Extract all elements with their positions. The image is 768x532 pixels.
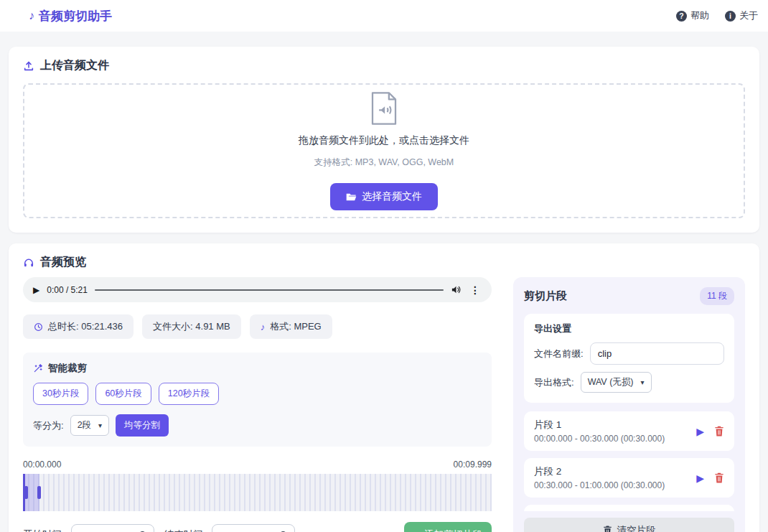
segment-row: 片段 3 ▶ bbox=[524, 505, 734, 511]
segment-info: 片段 1 00:00.000 - 00:30.000 (00:30.000) bbox=[534, 419, 665, 444]
app-title-text: 音频剪切助手 bbox=[39, 8, 112, 24]
start-time-label: 开始时间: bbox=[23, 528, 65, 532]
timeline-end-label: 00:09.999 bbox=[454, 459, 492, 470]
divide-count-select[interactable]: 2段 ▾ bbox=[70, 415, 109, 436]
duration-badge-text: 总时长: 05:21.436 bbox=[48, 320, 123, 333]
filesize-badge: 文件大小: 4.91 MB bbox=[142, 314, 241, 339]
segments-panel-footer: 清空片段 导出所有片段 bbox=[524, 518, 734, 532]
upload-card: 上传音频文件 拖放音频文件到此处，或点击选择文件 支持格式: MP3, WAV,… bbox=[9, 47, 759, 233]
segment-name: 片段 1 bbox=[534, 419, 665, 431]
play-icon[interactable]: ▶ bbox=[696, 426, 704, 437]
prefix-row: 文件名前缀: bbox=[534, 342, 724, 365]
format-badge-text: 格式: MPEG bbox=[270, 320, 322, 333]
clear-segments-button-label: 清空片段 bbox=[617, 524, 656, 532]
audio-player: ▶ 0:00 / 5:21 ⋮ bbox=[23, 277, 492, 302]
segment-range: 00:30.000 - 01:00.000 (00:30.000) bbox=[534, 480, 665, 490]
time-inputs-row: 开始时间: 00:00:00.000 结束时间: 00:00:09.999 bbox=[23, 522, 492, 532]
main-content: 上传音频文件 拖放音频文件到此处，或点击选择文件 支持格式: MP3, WAV,… bbox=[0, 32, 768, 532]
player-menu-icon[interactable]: ⋮ bbox=[469, 284, 482, 296]
end-time-value: 00:00:09.999 bbox=[219, 530, 273, 532]
file-audio-icon bbox=[368, 91, 400, 126]
preview-section-title: 音频预览 bbox=[23, 255, 745, 270]
segment-name: 片段 2 bbox=[534, 465, 665, 478]
dropzone-text: 拖放音频文件到此处，或点击选择文件 bbox=[299, 134, 469, 147]
app-header: ♪ 音频剪切助手 ? 帮助 i 关于 bbox=[0, 0, 768, 32]
headphones-icon bbox=[23, 257, 34, 269]
folder-open-icon bbox=[346, 192, 357, 202]
player-play-button[interactable]: ▶ bbox=[33, 285, 39, 295]
add-clip-button[interactable]: +添加剪切片段 bbox=[404, 522, 492, 532]
selection-start-handle[interactable] bbox=[24, 486, 28, 499]
about-label: 关于 bbox=[739, 9, 758, 22]
segment-actions: ▶ bbox=[696, 472, 724, 484]
audio-info-badges: 总时长: 05:21.436 文件大小: 4.91 MB ♪ 格式: MPEG bbox=[23, 314, 492, 339]
header-links: ? 帮助 i 关于 bbox=[676, 9, 758, 22]
selection-end-handle[interactable] bbox=[37, 486, 41, 499]
trash-icon[interactable] bbox=[714, 472, 724, 483]
segments-panel: 剪切片段 11 段 导出设置 文件名前缀: 导出格式: WAV (无损) ▾ bbox=[513, 277, 745, 532]
chip-120s-button[interactable]: 120秒片段 bbox=[159, 383, 219, 405]
upload-section-title: 上传音频文件 bbox=[23, 58, 745, 73]
divide-label: 等分为: bbox=[33, 419, 64, 432]
play-icon[interactable]: ▶ bbox=[696, 472, 704, 484]
volume-icon[interactable] bbox=[451, 284, 462, 295]
chip-30s-button[interactable]: 30秒片段 bbox=[33, 383, 88, 405]
prefix-label: 文件名前缀: bbox=[534, 347, 584, 360]
preview-left-column: ▶ 0:00 / 5:21 ⋮ bbox=[23, 277, 492, 532]
start-time-input[interactable]: 00:00:00.000 bbox=[71, 524, 154, 532]
about-link[interactable]: i 关于 bbox=[725, 9, 758, 22]
music-note-icon: ♪ bbox=[29, 9, 34, 22]
export-settings-title: 导出设置 bbox=[534, 322, 724, 335]
smartcut-panel: 智能裁剪 30秒片段 60秒片段 120秒片段 等分为: 2段 ▾ 均等分割 bbox=[23, 353, 492, 447]
preview-section-title-text: 音频预览 bbox=[40, 255, 86, 270]
add-clip-button-label: 添加剪切片段 bbox=[424, 528, 482, 532]
app-title: ♪ 音频剪切助手 bbox=[29, 8, 112, 24]
divide-count-value: 2段 bbox=[78, 419, 91, 431]
chevron-down-icon: ▾ bbox=[98, 421, 102, 429]
equal-split-button[interactable]: 均等分割 bbox=[116, 414, 169, 437]
player-progress-track[interactable] bbox=[95, 289, 444, 291]
preview-card: 音频预览 ▶ 0:00 / 5:21 ⋮ bbox=[9, 243, 759, 532]
segment-row: 片段 2 00:30.000 - 01:00.000 (00:30.000) ▶ bbox=[524, 458, 734, 498]
select-file-button-label: 选择音频文件 bbox=[362, 190, 422, 203]
help-link[interactable]: ? 帮助 bbox=[676, 9, 709, 22]
plus-icon: + bbox=[413, 530, 419, 532]
segments-count-badge: 11 段 bbox=[700, 287, 734, 305]
waveform-selection[interactable] bbox=[23, 474, 39, 511]
info-icon: i bbox=[725, 11, 736, 22]
smartcut-chips: 30秒片段 60秒片段 120秒片段 bbox=[33, 383, 482, 405]
dropzone-formats: 支持格式: MP3, WAV, OGG, WebM bbox=[314, 157, 454, 169]
start-time-value: 00:00:00.000 bbox=[78, 530, 133, 532]
upload-icon bbox=[23, 60, 34, 72]
smartcut-title-text: 智能裁剪 bbox=[48, 362, 87, 375]
segments-panel-header: 剪切片段 11 段 bbox=[524, 287, 734, 305]
clock-icon bbox=[34, 322, 43, 332]
waveform[interactable] bbox=[23, 474, 492, 511]
chip-60s-button[interactable]: 60秒片段 bbox=[95, 383, 151, 405]
magic-wand-icon bbox=[33, 363, 43, 373]
segment-row: 片段 1 00:00.000 - 00:30.000 (00:30.000) ▶ bbox=[524, 411, 734, 451]
segments-list: 片段 1 00:00.000 - 00:30.000 (00:30.000) ▶ bbox=[524, 411, 734, 511]
upload-section-title-text: 上传音频文件 bbox=[40, 58, 109, 73]
format-label: 导出格式: bbox=[534, 376, 574, 389]
divide-row: 等分为: 2段 ▾ 均等分割 bbox=[33, 414, 482, 437]
export-format-select[interactable]: WAV (无损) ▾ bbox=[581, 372, 652, 393]
prefix-input[interactable] bbox=[590, 342, 724, 365]
format-row: 导出格式: WAV (无损) ▾ bbox=[534, 372, 724, 393]
filesize-badge-text: 文件大小: 4.91 MB bbox=[153, 320, 230, 333]
music-note-icon: ♪ bbox=[261, 322, 266, 332]
duration-badge: 总时长: 05:21.436 bbox=[23, 314, 134, 339]
player-time: 0:00 / 5:21 bbox=[47, 285, 88, 295]
help-label: 帮助 bbox=[690, 9, 709, 22]
upload-dropzone[interactable]: 拖放音频文件到此处，或点击选择文件 支持格式: MP3, WAV, OGG, W… bbox=[23, 83, 745, 218]
segments-panel-title: 剪切片段 bbox=[524, 289, 567, 303]
chevron-down-icon: ▾ bbox=[641, 378, 645, 386]
select-file-button[interactable]: 选择音频文件 bbox=[330, 183, 438, 210]
timeline-labels: 00:00.000 00:09.999 bbox=[23, 459, 492, 470]
timeline-start-label: 00:00.000 bbox=[23, 459, 61, 470]
trash-icon[interactable] bbox=[714, 426, 724, 437]
end-time-input[interactable]: 00:00:09.999 bbox=[212, 524, 295, 532]
clear-segments-button[interactable]: 清空片段 bbox=[524, 518, 734, 532]
preview-body: ▶ 0:00 / 5:21 ⋮ bbox=[23, 277, 745, 532]
trash-icon bbox=[603, 526, 612, 532]
